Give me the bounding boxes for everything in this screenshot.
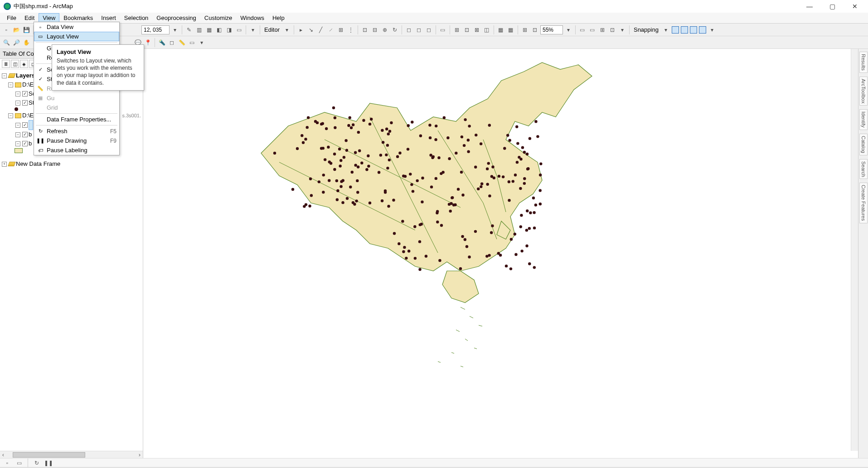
tool-icon[interactable]: ▾	[248, 25, 257, 34]
tool-icon[interactable]: ⊞	[520, 25, 529, 34]
zoom-in-icon[interactable]: 🔍	[2, 38, 11, 47]
collapse-icon[interactable]: −	[15, 141, 20, 146]
side-tab-search[interactable]: Search	[859, 159, 868, 179]
tool-icon[interactable]: ▭	[187, 38, 196, 47]
save-icon[interactable]: 💾	[22, 25, 31, 34]
collapse-icon[interactable]: −	[8, 82, 13, 87]
dropdown-icon[interactable]: ▾	[170, 25, 179, 34]
collapse-icon[interactable]: −	[8, 113, 13, 118]
layer-checkbox[interactable]: ✓	[22, 132, 28, 137]
layer-checkbox[interactable]: ✓	[22, 91, 28, 96]
menu-help[interactable]: Help	[268, 13, 289, 23]
tool-icon[interactable]: ◧	[214, 25, 223, 34]
tool-icon[interactable]: ⊠	[472, 25, 481, 34]
tool-icon[interactable]: ⊡	[462, 25, 471, 34]
snap-option[interactable]	[690, 26, 697, 34]
toc-tab-source[interactable]: ◫	[11, 60, 19, 68]
tool-icon[interactable]: ▦	[204, 25, 213, 34]
dropdown-icon[interactable]: ▾	[661, 25, 670, 34]
pause-icon[interactable]: ❚❚	[44, 458, 53, 468]
menu-insert[interactable]: Insert	[97, 13, 120, 23]
menu-view[interactable]: View	[39, 13, 59, 23]
menu-layout-view[interactable]: ▭ Layout View	[34, 32, 119, 41]
layer-checkbox[interactable]: ✓	[22, 141, 28, 146]
tool-icon[interactable]: ▸	[296, 25, 305, 34]
new-icon[interactable]: ▫	[2, 25, 11, 34]
tool-icon[interactable]: ✎	[184, 25, 194, 34]
layer-checkbox[interactable]: ✓	[22, 122, 28, 128]
tool-icon[interactable]: ▭	[438, 25, 447, 34]
layer-checkbox[interactable]: ✓	[22, 100, 28, 106]
tool-icon[interactable]: ⊞	[598, 25, 607, 34]
tool-icon[interactable]: 📍	[143, 38, 152, 47]
tool-icon[interactable]: ◻	[404, 25, 413, 34]
menu-file[interactable]: File	[3, 13, 20, 23]
tool-icon[interactable]: ↻	[390, 25, 399, 34]
percent-input[interactable]	[540, 25, 563, 34]
tool-icon[interactable]: ⋮	[346, 25, 355, 34]
tool-icon[interactable]: ⊡	[360, 25, 369, 34]
scale-input[interactable]	[141, 25, 170, 34]
collapse-icon[interactable]: −	[15, 101, 20, 106]
menu-customize[interactable]: Customize	[200, 13, 236, 23]
scroll-left-icon[interactable]: ‹	[0, 451, 6, 458]
tool-icon[interactable]: ⊟	[370, 25, 379, 34]
toc-tab-visibility[interactable]: ◈	[20, 60, 28, 68]
side-tab-arctoolbox[interactable]: ArcToolbox	[859, 77, 868, 106]
side-tab-results[interactable]: Results	[859, 52, 868, 73]
menu-pause-drawing[interactable]: ❚❚ Pause Drawing F9	[34, 136, 119, 145]
find-icon[interactable]: 🔦	[157, 38, 166, 47]
tool-icon[interactable]: ◨	[224, 25, 233, 34]
map-view[interactable]	[143, 49, 858, 458]
tool-icon[interactable]: ▦	[506, 25, 515, 34]
snap-option[interactable]	[672, 26, 679, 34]
toc-hscrollbar[interactable]: ‹ ›	[0, 451, 143, 458]
tool-icon[interactable]: ◻	[167, 38, 176, 47]
toc-tab-list[interactable]: ≣	[2, 60, 10, 68]
scroll-right-icon[interactable]: ›	[136, 451, 143, 458]
close-button[interactable]: ✕	[849, 2, 861, 11]
snapping-label[interactable]: Snapping	[632, 26, 660, 33]
dropdown-icon[interactable]: ▾	[618, 25, 627, 34]
collapse-icon[interactable]: −	[2, 73, 7, 78]
tool-icon[interactable]: ◫	[482, 25, 491, 34]
snap-option[interactable]	[681, 26, 688, 34]
tree-new-frame[interactable]: + New Data Frame	[2, 159, 141, 169]
tool-icon[interactable]: ▦	[496, 25, 505, 34]
menu-data-view[interactable]: ▫ Data View	[34, 22, 119, 32]
dropdown-icon[interactable]: ▾	[564, 25, 573, 34]
open-icon[interactable]: 📂	[12, 25, 21, 34]
tool-icon[interactable]: ▭	[234, 25, 243, 34]
zoom-out-icon[interactable]: 🔎	[12, 38, 21, 47]
menu-pause-labeling[interactable]: 🏷 Pause Labeling	[34, 145, 119, 155]
menu-refresh[interactable]: ↻ Refresh F5	[34, 126, 119, 136]
tool-icon[interactable]: ⊞	[336, 25, 345, 34]
refresh-icon[interactable]: ↻	[32, 458, 41, 468]
tool-icon[interactable]: ▥	[194, 25, 204, 34]
data-view-icon[interactable]: ▫	[3, 458, 12, 468]
tool-icon[interactable]: ▭	[578, 25, 587, 34]
tool-icon[interactable]: 📏	[177, 38, 186, 47]
dropdown-icon[interactable]: ▾	[197, 38, 206, 47]
dropdown-icon[interactable]: ▾	[282, 25, 291, 34]
menu-bookmarks[interactable]: Bookmarks	[59, 13, 97, 23]
layout-view-icon[interactable]: ▭	[15, 458, 24, 468]
menu-windows[interactable]: Windows	[236, 13, 268, 23]
side-tab-identify[interactable]: Identify	[859, 109, 868, 130]
menu-selection[interactable]: Selection	[120, 13, 152, 23]
map-vscrollbar[interactable]	[851, 49, 858, 451]
side-tab-catalog[interactable]: Catalog	[859, 134, 868, 155]
tool-icon[interactable]: ◻	[424, 25, 433, 34]
menu-geoprocessing[interactable]: Geoprocessing	[152, 13, 200, 23]
tool-icon[interactable]: ▭	[588, 25, 597, 34]
collapse-icon[interactable]: −	[15, 92, 20, 96]
tool-icon[interactable]: ↘	[306, 25, 315, 34]
maximize-button[interactable]: ▢	[826, 2, 838, 11]
dropdown-icon[interactable]: ▾	[708, 25, 717, 34]
collapse-icon[interactable]: −	[15, 132, 20, 137]
expand-icon[interactable]: +	[2, 162, 7, 167]
editor-label[interactable]: Editor	[262, 26, 281, 33]
scroll-thumb[interactable]	[13, 452, 85, 458]
snap-option[interactable]	[699, 26, 706, 34]
menu-data-frame-properties[interactable]: Data Frame Properties...	[34, 115, 119, 124]
